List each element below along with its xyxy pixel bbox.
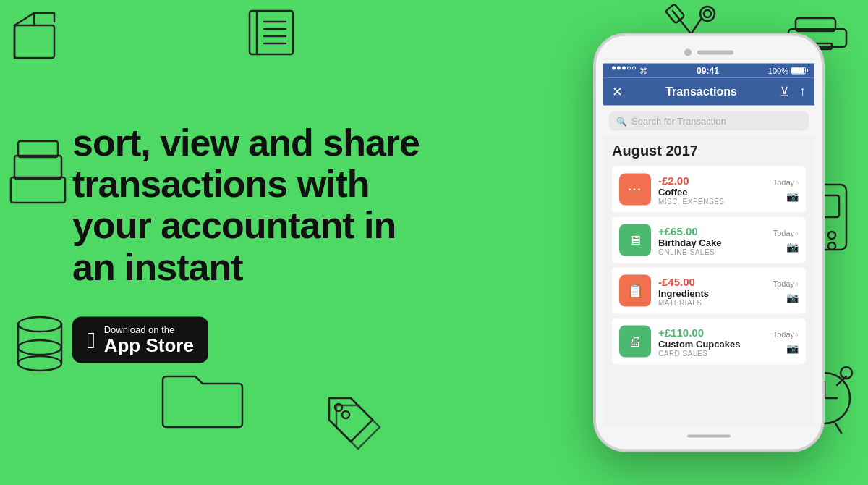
apple-logo-icon:  bbox=[87, 328, 95, 351]
tx-category: ONLINE SALES bbox=[658, 248, 766, 256]
tx-right: Today › 📷 bbox=[773, 228, 799, 253]
status-bar: ⌘ 09:41 100% bbox=[603, 64, 814, 78]
doodle-box-topleft bbox=[7, 7, 72, 65]
svg-point-31 bbox=[18, 340, 61, 355]
search-placeholder: Search for Transaction bbox=[631, 116, 726, 127]
share-icon[interactable]: ↑ bbox=[799, 84, 806, 100]
tx-name: Custom Cupcakes bbox=[658, 338, 766, 349]
tx-name: Coffee bbox=[658, 186, 766, 197]
tx-category: MATERIALS bbox=[658, 298, 766, 306]
tx-details: -£45.00 Ingredients MATERIALS bbox=[658, 275, 766, 306]
tx-date: Today › bbox=[773, 329, 799, 340]
tx-right: Today › 📷 bbox=[773, 177, 799, 202]
app-store-btn-text: Download on the App Store bbox=[104, 324, 194, 355]
tx-details: -£2.00 Coffee MISC. EXPENSES bbox=[658, 174, 766, 205]
tx-amount: +£110.00 bbox=[658, 326, 766, 338]
tx-details: +£110.00 Custom Cupcakes CARD SALES bbox=[658, 326, 766, 357]
tx-amount: +£65.00 bbox=[658, 224, 766, 237]
month-label: August 2017 bbox=[612, 143, 806, 159]
camera-icon: 📷 bbox=[786, 190, 799, 202]
tx-icon: 🖨 bbox=[619, 326, 651, 358]
tx-date-text: Today bbox=[773, 178, 794, 187]
svg-rect-18 bbox=[14, 156, 61, 179]
tx-date: Today › bbox=[773, 228, 799, 238]
transactions-list: ··· -£2.00 Coffee MISC. EXPENSES Today ›… bbox=[612, 166, 806, 365]
svg-point-12 bbox=[700, 7, 715, 21]
tx-icon: 🖥 bbox=[619, 224, 651, 256]
left-content: sort, view and share transactions with y… bbox=[72, 122, 434, 363]
tx-date: Today › bbox=[773, 177, 799, 187]
close-button[interactable]: ✕ bbox=[612, 84, 623, 100]
battery-percent: 100% bbox=[768, 67, 788, 75]
dot5 bbox=[632, 66, 636, 69]
headline: sort, view and share transactions with y… bbox=[72, 122, 434, 288]
tx-chevron-icon: › bbox=[796, 279, 799, 289]
status-time: 09:41 bbox=[697, 66, 719, 76]
tx-amount: -£45.00 bbox=[658, 275, 766, 287]
phone-bottom bbox=[603, 426, 814, 441]
tx-name: Ingredients bbox=[658, 287, 766, 298]
app-header: ✕ Transactions ⊻ ↑ bbox=[603, 78, 814, 106]
app-header-title: Transactions bbox=[665, 85, 737, 98]
phone-body: ⌘ 09:41 100% ✕ Transactions ⊻ ↑ bbox=[593, 33, 825, 452]
svg-point-34 bbox=[18, 356, 61, 371]
svg-point-24 bbox=[828, 232, 835, 239]
tx-icon: ··· bbox=[619, 174, 651, 206]
signal-dots: ⌘ bbox=[612, 66, 647, 75]
app-content: August 2017 ··· -£2.00 Coffee MISC. EXPE… bbox=[603, 137, 814, 426]
svg-rect-19 bbox=[18, 141, 58, 157]
background: sort, view and share transactions with y… bbox=[0, 0, 868, 485]
phone-top bbox=[603, 45, 814, 64]
dot4 bbox=[627, 66, 631, 69]
search-icon: 🔍 bbox=[616, 116, 627, 126]
camera-icon: 📷 bbox=[786, 241, 799, 253]
tx-date: Today › bbox=[773, 279, 799, 289]
tx-details: +£65.00 Birthday Cake ONLINE SALES bbox=[658, 224, 766, 256]
svg-point-28 bbox=[18, 317, 61, 332]
dot1 bbox=[612, 66, 616, 69]
tx-right: Today › 📷 bbox=[773, 279, 799, 303]
dot2 bbox=[617, 66, 621, 69]
tx-category: CARD SALES bbox=[658, 349, 766, 357]
svg-point-27 bbox=[828, 242, 835, 250]
doodle-folder bbox=[159, 362, 246, 434]
tx-chevron-icon: › bbox=[796, 228, 799, 238]
svg-line-45 bbox=[835, 423, 841, 433]
tx-date-text: Today bbox=[773, 229, 794, 237]
tx-date-text: Today bbox=[773, 279, 794, 288]
battery-fill bbox=[792, 68, 804, 74]
phone-mockup: ⌘ 09:41 100% ✕ Transactions ⊻ ↑ bbox=[593, 33, 825, 452]
app-store-label-top: Download on the bbox=[104, 324, 175, 335]
tx-chevron-icon: › bbox=[796, 329, 799, 340]
svg-rect-17 bbox=[11, 177, 65, 203]
svg-rect-0 bbox=[14, 25, 54, 58]
doodle-notebook bbox=[239, 4, 304, 62]
camera-icon: 📷 bbox=[786, 342, 799, 354]
tx-icon: 📋 bbox=[619, 275, 651, 307]
app-store-button[interactable]:  Download on the App Store bbox=[72, 316, 208, 363]
dot3 bbox=[622, 66, 626, 69]
transaction-item: 📋 -£45.00 Ingredients MATERIALS Today › … bbox=[612, 268, 806, 314]
tx-name: Birthday Cake bbox=[658, 237, 766, 248]
tx-right: Today › 📷 bbox=[773, 329, 799, 354]
tx-amount: -£2.00 bbox=[658, 174, 766, 186]
filter-icon[interactable]: ⊻ bbox=[780, 84, 789, 100]
tx-chevron-icon: › bbox=[796, 177, 799, 187]
tx-date-text: Today bbox=[773, 330, 794, 339]
home-indicator bbox=[687, 435, 731, 438]
tx-category: MISC. EXPENSES bbox=[658, 197, 766, 205]
doodle-tags bbox=[318, 384, 391, 456]
search-bar[interactable]: 🔍 Search for Transaction bbox=[609, 111, 809, 131]
transaction-item: 🖨 +£110.00 Custom Cupcakes CARD SALES To… bbox=[612, 319, 806, 365]
phone-camera bbox=[684, 49, 692, 56]
svg-point-36 bbox=[342, 411, 349, 418]
camera-icon: 📷 bbox=[786, 292, 799, 303]
status-right: 100% bbox=[768, 67, 806, 75]
battery-icon bbox=[791, 67, 806, 75]
phone-speaker bbox=[697, 51, 733, 55]
doodle-stacked-boxes bbox=[7, 138, 72, 210]
svg-point-13 bbox=[704, 10, 711, 17]
transaction-item: ··· -£2.00 Coffee MISC. EXPENSES Today ›… bbox=[612, 166, 806, 213]
transaction-item: 🖥 +£65.00 Birthday Cake ONLINE SALES Tod… bbox=[612, 217, 806, 263]
doodle-database bbox=[11, 311, 69, 376]
